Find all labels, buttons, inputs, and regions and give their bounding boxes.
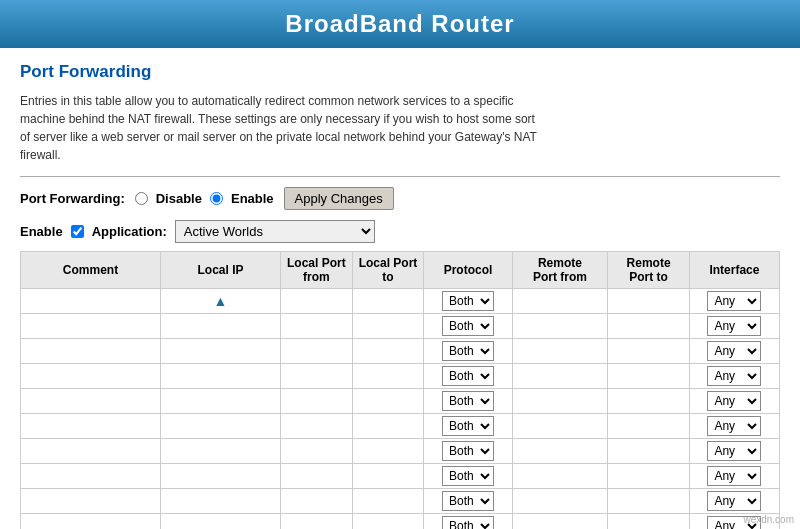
interface-select[interactable]: AnyWANLAN	[707, 291, 761, 311]
cell-local-port-to	[352, 514, 424, 530]
cell-remote-port-to	[608, 364, 690, 389]
port-forwarding-table: Comment Local IP Local Portfrom Local Po…	[20, 251, 780, 529]
application-select[interactable]: Active Worlds	[175, 220, 375, 243]
interface-select[interactable]: AnyWANLAN	[707, 341, 761, 361]
cell-remote-port-from	[512, 314, 608, 339]
table-row: BothTCPUDPAnyWANLAN	[21, 464, 780, 489]
cell-local-port-from	[281, 314, 353, 339]
cell-interface[interactable]: AnyWANLAN	[689, 464, 779, 489]
cell-local-port-to	[352, 364, 424, 389]
cell-local-port-from	[281, 514, 353, 530]
protocol-select[interactable]: BothTCPUDP	[442, 291, 494, 311]
interface-select[interactable]: AnyWANLAN	[707, 441, 761, 461]
cell-local-port-to	[352, 414, 424, 439]
interface-select[interactable]: AnyWANLAN	[707, 491, 761, 511]
cell-local-ip	[161, 514, 281, 530]
protocol-select[interactable]: BothTCPUDP	[442, 391, 494, 411]
cell-local-port-from	[281, 414, 353, 439]
cell-comment	[21, 314, 161, 339]
interface-select[interactable]: AnyWANLAN	[707, 316, 761, 336]
cell-protocol[interactable]: BothTCPUDP	[424, 339, 512, 364]
cell-remote-port-from	[512, 339, 608, 364]
cell-protocol[interactable]: BothTCPUDP	[424, 289, 512, 314]
cell-protocol[interactable]: BothTCPUDP	[424, 364, 512, 389]
cell-local-port-from	[281, 364, 353, 389]
cell-local-ip	[161, 439, 281, 464]
cell-interface[interactable]: AnyWANLAN	[689, 364, 779, 389]
protocol-select[interactable]: BothTCPUDP	[442, 341, 494, 361]
interface-select[interactable]: AnyWANLAN	[707, 416, 761, 436]
cell-local-port-from	[281, 489, 353, 514]
cell-remote-port-to	[608, 464, 690, 489]
disable-radio[interactable]	[135, 192, 148, 205]
cell-interface[interactable]: AnyWANLAN	[689, 414, 779, 439]
cell-protocol[interactable]: BothTCPUDP	[424, 314, 512, 339]
apply-changes-button[interactable]: Apply Changes	[284, 187, 394, 210]
cell-local-port-to	[352, 439, 424, 464]
table-row: BothTCPUDPAnyWANLAN	[21, 389, 780, 414]
cell-interface[interactable]: AnyWANLAN	[689, 389, 779, 414]
cell-local-port-from	[281, 339, 353, 364]
protocol-select[interactable]: BothTCPUDP	[442, 441, 494, 461]
cell-local-port-to	[352, 464, 424, 489]
col-protocol: Protocol	[424, 252, 512, 289]
cell-interface[interactable]: AnyWANLAN	[689, 289, 779, 314]
table-row: BothTCPUDPAnyWANLAN	[21, 314, 780, 339]
header-title: BroadBand Router	[0, 0, 800, 48]
cell-remote-port-to	[608, 389, 690, 414]
cell-local-ip	[161, 414, 281, 439]
cell-comment	[21, 364, 161, 389]
header: BroadBand Router	[0, 0, 800, 48]
cell-comment	[21, 514, 161, 530]
protocol-select[interactable]: BothTCPUDP	[442, 366, 494, 386]
cell-remote-port-to	[608, 339, 690, 364]
cell-protocol[interactable]: BothTCPUDP	[424, 389, 512, 414]
table-row: BothTCPUDPAnyWANLAN	[21, 364, 780, 389]
cell-local-port-from	[281, 439, 353, 464]
cell-comment	[21, 414, 161, 439]
cell-remote-port-to	[608, 414, 690, 439]
cell-local-port-to	[352, 489, 424, 514]
protocol-select[interactable]: BothTCPUDP	[442, 491, 494, 511]
cell-comment	[21, 439, 161, 464]
cell-remote-port-to	[608, 514, 690, 530]
radio-group: Disable Enable	[135, 191, 274, 206]
cell-interface[interactable]: AnyWANLAN	[689, 339, 779, 364]
table-body: ▲BothTCPUDPAnyWANLANBothTCPUDPAnyWANLANB…	[21, 289, 780, 530]
cell-protocol[interactable]: BothTCPUDP	[424, 439, 512, 464]
cell-local-port-to	[352, 314, 424, 339]
protocol-select[interactable]: BothTCPUDP	[442, 466, 494, 486]
table-row: BothTCPUDPAnyWANLAN	[21, 414, 780, 439]
cell-local-ip	[161, 314, 281, 339]
col-remote-port-from: RemotePort from	[512, 252, 608, 289]
cell-comment	[21, 389, 161, 414]
enable-checkbox[interactable]	[71, 225, 84, 238]
cell-protocol[interactable]: BothTCPUDP	[424, 514, 512, 530]
cell-local-ip	[161, 364, 281, 389]
col-remote-port-to: RemotePort to	[608, 252, 690, 289]
cell-local-ip	[161, 389, 281, 414]
cell-protocol[interactable]: BothTCPUDP	[424, 414, 512, 439]
arrow-icon: ▲	[214, 293, 228, 309]
table-header-row: Comment Local IP Local Portfrom Local Po…	[21, 252, 780, 289]
enable-radio[interactable]	[210, 192, 223, 205]
cell-interface[interactable]: AnyWANLAN	[689, 314, 779, 339]
cell-local-port-from	[281, 289, 353, 314]
protocol-select[interactable]: BothTCPUDP	[442, 516, 494, 529]
protocol-select[interactable]: BothTCPUDP	[442, 416, 494, 436]
cell-interface[interactable]: AnyWANLAN	[689, 489, 779, 514]
cell-remote-port-from	[512, 389, 608, 414]
cell-interface[interactable]: AnyWANLAN	[689, 439, 779, 464]
cell-remote-port-to	[608, 314, 690, 339]
interface-select[interactable]: AnyWANLAN	[707, 366, 761, 386]
cell-remote-port-from	[512, 464, 608, 489]
protocol-select[interactable]: BothTCPUDP	[442, 316, 494, 336]
col-local-port-from: Local Portfrom	[281, 252, 353, 289]
cell-protocol[interactable]: BothTCPUDP	[424, 489, 512, 514]
table-row: BothTCPUDPAnyWANLAN	[21, 439, 780, 464]
col-local-ip: Local IP	[161, 252, 281, 289]
cell-protocol[interactable]: BothTCPUDP	[424, 464, 512, 489]
interface-select[interactable]: AnyWANLAN	[707, 391, 761, 411]
interface-select[interactable]: AnyWANLAN	[707, 466, 761, 486]
enable-label: Enable	[231, 191, 274, 206]
